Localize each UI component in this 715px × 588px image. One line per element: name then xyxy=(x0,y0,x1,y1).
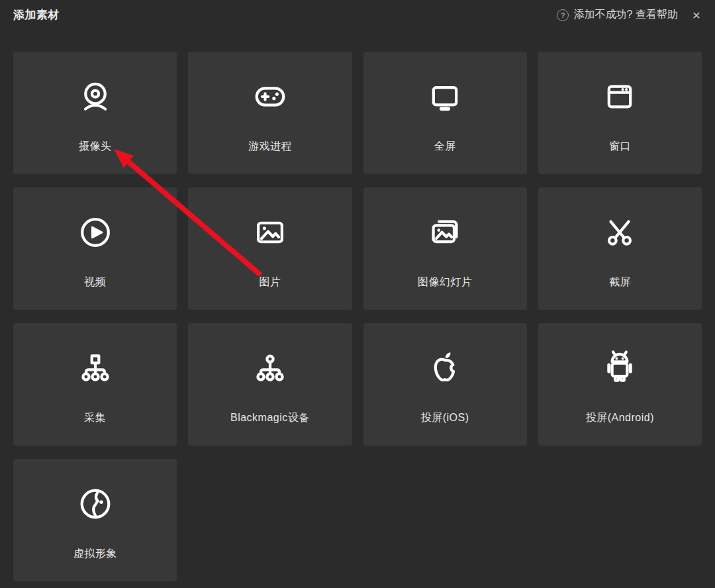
help-link-label: 添加不成功? 查看帮助 xyxy=(573,8,677,22)
virtual-avatar-icon xyxy=(76,485,115,523)
image-icon xyxy=(251,213,289,252)
tile-label: 游戏进程 xyxy=(248,140,292,154)
tile-label: 采集 xyxy=(84,411,106,425)
tile-label: 截屏 xyxy=(609,275,631,289)
titlebar-actions: ? 添加不成功? 查看帮助 × xyxy=(557,7,703,23)
tile-label: 投屏(iOS) xyxy=(421,411,469,425)
tile-play-circle[interactable]: 视频 xyxy=(13,187,177,310)
dialog-title: 添加素材 xyxy=(13,7,60,23)
tile-label: 全屏 xyxy=(434,140,456,154)
help-question-icon: ? xyxy=(557,9,569,21)
webcam-icon xyxy=(76,77,115,116)
tile-virtual-avatar[interactable]: 虚拟形象 xyxy=(13,459,177,581)
tile-webcam[interactable]: 摄像头 xyxy=(13,52,177,174)
tile-label: Blackmagic设备 xyxy=(230,411,310,425)
window-icon xyxy=(600,77,639,116)
tile-capture-tree[interactable]: 采集 xyxy=(13,323,177,446)
tile-label: 投屏(Android) xyxy=(586,411,654,425)
close-icon[interactable]: × xyxy=(690,7,703,23)
dialog-titlebar: 添加素材 ? 添加不成功? 查看帮助 × xyxy=(0,0,715,30)
blackmagic-tree-icon xyxy=(251,349,289,387)
gamepad-icon xyxy=(251,77,289,116)
tile-android[interactable]: 投屏(Android) xyxy=(538,323,702,446)
play-circle-icon xyxy=(76,213,115,252)
android-icon xyxy=(600,349,639,387)
tile-slideshow[interactable]: 图像幻灯片 xyxy=(363,187,527,310)
slideshow-icon xyxy=(426,213,464,252)
tile-label: 图像幻灯片 xyxy=(418,275,473,289)
tile-window[interactable]: 窗口 xyxy=(538,52,702,174)
tile-label: 窗口 xyxy=(609,140,631,154)
tile-image[interactable]: 图片 xyxy=(188,187,352,310)
tile-apple[interactable]: 投屏(iOS) xyxy=(363,323,527,446)
help-link[interactable]: ? 添加不成功? 查看帮助 xyxy=(557,8,677,22)
tile-label: 图片 xyxy=(259,275,281,289)
monitor-icon xyxy=(426,77,464,116)
tile-label: 虚拟形象 xyxy=(73,547,117,561)
source-grid: 摄像头游戏进程全屏窗口视频图片图像幻灯片截屏采集Blackmagic设备投屏(i… xyxy=(13,52,702,581)
tile-label: 视频 xyxy=(84,275,106,289)
scissors-icon xyxy=(600,213,639,252)
tile-gamepad[interactable]: 游戏进程 xyxy=(188,52,352,174)
apple-icon xyxy=(426,349,464,387)
tile-monitor[interactable]: 全屏 xyxy=(363,52,527,174)
capture-tree-icon xyxy=(76,349,115,387)
tile-label: 摄像头 xyxy=(79,140,112,154)
tile-scissors[interactable]: 截屏 xyxy=(538,187,702,310)
tile-blackmagic-tree[interactable]: Blackmagic设备 xyxy=(188,323,352,446)
